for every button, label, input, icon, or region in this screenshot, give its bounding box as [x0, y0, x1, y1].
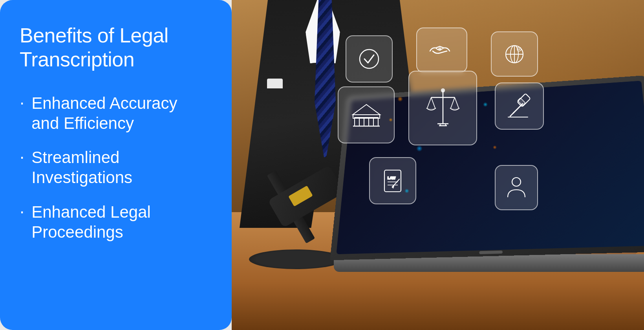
right-panel: LAW: [232, 0, 644, 330]
bullet-dot: ·: [20, 203, 24, 220]
svg-marker-15: [353, 104, 380, 115]
list-item: · Enhanced Accuracyand Efficiency: [20, 93, 212, 133]
handshake-icon: [416, 28, 467, 73]
svg-point-39: [512, 178, 521, 186]
globe-icon: [491, 31, 538, 77]
gavel-small-icon: [495, 82, 544, 130]
glow-dot-blue-2: [416, 145, 423, 152]
floating-icons-container: LAW: [338, 24, 620, 267]
panel-title: Benefits of LegalTranscription: [20, 24, 212, 72]
glow-dot-orange-2: [389, 118, 393, 122]
glow-dot-orange-1: [397, 96, 403, 102]
person-icon: [495, 165, 538, 210]
benefits-list: · Enhanced Accuracyand Efficiency · Stre…: [20, 93, 212, 256]
checkmark-icon: [346, 35, 393, 82]
benefit-investigations: StreamlinedInvestigations: [31, 147, 132, 187]
svg-marker-38: [392, 185, 394, 188]
svg-line-23: [455, 97, 459, 108]
scales-icon: [408, 71, 477, 145]
glow-dot-orange-3: [493, 145, 497, 149]
glow-dot-blue-1: [483, 102, 488, 107]
benefit-legal-proceedings: Enhanced LegalProceedings: [31, 202, 151, 242]
svg-point-19: [441, 89, 445, 92]
svg-line-30: [513, 104, 523, 113]
svg-point-0: [360, 50, 379, 68]
law-document-icon: LAW: [369, 157, 416, 204]
left-panel: Benefits of LegalTranscription · Enhance…: [0, 0, 232, 330]
glow-dot-blue-3: [404, 189, 409, 193]
svg-text:LAW: LAW: [388, 176, 396, 180]
svg-rect-33: [384, 170, 401, 192]
svg-line-20: [427, 97, 431, 108]
svg-rect-9: [355, 117, 378, 126]
svg-line-21: [431, 97, 435, 108]
courthouse-icon: [338, 86, 395, 143]
list-item: · Enhanced LegalProceedings: [20, 202, 212, 242]
gavel-base: [249, 249, 343, 269]
bullet-dot: ·: [20, 148, 24, 165]
benefit-accuracy: Enhanced Accuracyand Efficiency: [31, 93, 177, 133]
svg-line-31: [510, 112, 514, 116]
svg-line-22: [451, 97, 455, 108]
list-item: · StreamlinedInvestigations: [20, 147, 212, 187]
bullet-dot: ·: [20, 94, 24, 111]
